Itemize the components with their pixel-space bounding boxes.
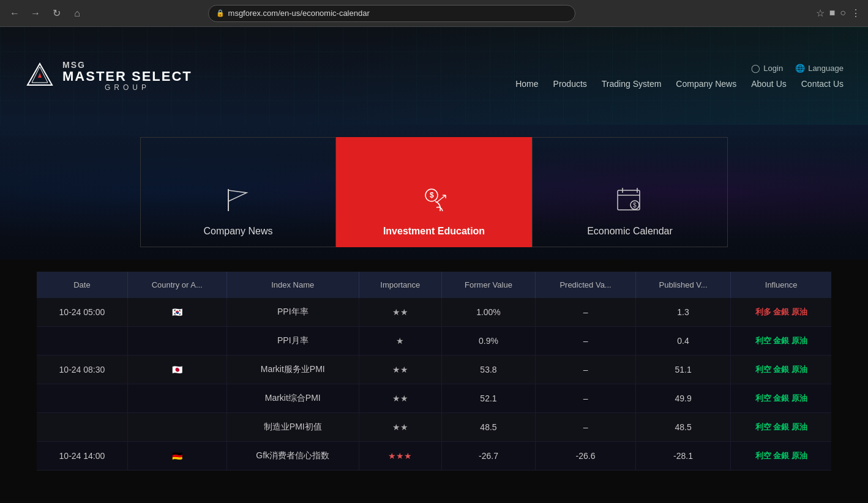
influence-cell: 利空 金銀 原油 [731,442,831,471]
influence-cell: 利空 金銀 原油 [731,327,831,356]
nav-products[interactable]: Products [553,79,587,89]
nav-contact-us[interactable]: Contact Us [801,79,844,89]
tab-investment-education[interactable]: $ Investment Education [336,137,532,247]
index-name-cell: Markit服务业PMI [226,356,359,384]
back-button[interactable]: ← [7,6,22,21]
importance-stars: ★★ [392,365,408,374]
svg-text:$: $ [430,191,434,199]
influence-text: 利空 金銀 原油 [755,422,807,431]
login-link[interactable]: ◯ Login [751,64,783,73]
forward-button[interactable]: → [28,6,43,21]
logo-svg [24,61,55,91]
tab-company-news[interactable]: Company News [140,137,336,247]
nav-company-news[interactable]: Company News [676,79,736,89]
table-header-row: Date Country or A... Index Name Importan… [37,272,831,298]
nav-home[interactable]: Home [515,79,538,89]
index-name-cell: 制造业PMI初值 [226,413,359,442]
date-cell: 10-24 05:00 [37,298,127,327]
table-row: 10-24 14:00 🇩🇪 Gfk消费者信心指数 ★★★ -26.7 -26.… [37,442,831,471]
header-right: ◯ Login 🌐 Language Home Products Trading… [515,64,844,89]
influence-cell: 利空 金銀 原油 [731,413,831,442]
calendar-icon: $ [614,184,646,221]
tab-economic-calendar[interactable]: $ Economic Calendar [532,137,728,247]
extensions-icon[interactable]: ■ [829,7,836,19]
table-row: 10-24 05:00 🇰🇷 PPI年率 ★★ 1.00% – 1.3 利多 金… [37,298,831,327]
date-cell [37,413,127,442]
published-value-cell: -28.1 [635,442,731,471]
published-value-cell: 0.4 [635,327,731,356]
flag-cell [127,384,226,413]
main-nav: Home Products Trading System Company New… [515,79,844,89]
bookmark-icon[interactable]: ☆ [816,7,825,19]
importance-stars: ★★ [392,422,408,432]
col-former-value: Former Value [441,272,536,298]
address-bar[interactable]: 🔒 msgforex.com/en-us/economic-calendar [208,5,575,22]
former-value-cell: -26.7 [441,442,536,471]
influence-text: 利空 金銀 原油 [755,451,807,460]
predicted-value-cell: – [536,327,635,356]
flag-cell: 🇩🇪 [127,442,226,471]
former-value-cell: 1.00% [441,298,536,327]
published-value-cell: 49.9 [635,384,731,413]
index-name-cell: PPI年率 [226,298,359,327]
globe-icon: 🌐 [795,64,805,73]
index-name-cell: Gfk消费者信心指数 [226,442,359,471]
nav-trading-system[interactable]: Trading System [602,79,662,89]
table-section: Date Country or A... Index Name Importan… [0,259,868,495]
table-row: 制造业PMI初值 ★★ 48.5 – 48.5 利空 金銀 原油 [37,413,831,442]
index-name-cell: PPI月率 [226,327,359,356]
svg-marker-2 [38,73,42,78]
browser-actions: ☆ ■ ○ ⋮ [816,7,861,19]
logo-area[interactable]: MSG MASTER SELECT GROUP [24,60,192,92]
col-importance: Importance [359,272,441,298]
language-link[interactable]: 🌐 Language [795,64,844,73]
influence-cell: 利空 金銀 原油 [731,384,831,413]
date-cell [37,327,127,356]
tab-cards: Company News $ Investment Education [140,137,728,247]
index-name-cell: Markit综合PMI [226,384,359,413]
flag-cell: 🇰🇷 [127,298,226,327]
col-index-name: Index Name [226,272,359,298]
table-row: Markit综合PMI ★★ 52.1 – 49.9 利空 金銀 原油 [37,384,831,413]
table-row: PPI月率 ★ 0.9% – 0.4 利空 金銀 原油 [37,327,831,356]
logo-group-text: GROUP [62,83,192,92]
former-value-cell: 48.5 [441,413,536,442]
col-influence: Influence [731,272,831,298]
profile-icon[interactable]: ○ [840,7,846,19]
user-icon: ◯ [751,64,760,73]
header-top-links: ◯ Login 🌐 Language [751,64,844,73]
flag-cell [127,327,226,356]
hero-area: Company News $ Investment Education [0,125,868,259]
importance-stars: ★★ [392,307,408,317]
importance-cell: ★★ [359,384,441,413]
logo-master-select-text: MASTER SELECT [62,70,192,83]
svg-rect-9 [618,190,640,210]
home-button[interactable]: ⌂ [70,6,84,21]
importance-cell: ★★ [359,298,441,327]
former-value-cell: 0.9% [441,327,536,356]
influence-text: 利多 金銀 原油 [755,307,807,316]
flag-cell: 🇯🇵 [127,356,226,384]
influence-cell: 利多 金銀 原油 [731,298,831,327]
importance-stars: ★★★ [388,451,412,461]
importance-stars: ★★ [392,393,408,403]
importance-cell: ★★ [359,356,441,384]
reload-button[interactable]: ↻ [49,6,64,21]
published-value-cell: 48.5 [635,413,731,442]
former-value-cell: 52.1 [441,384,536,413]
published-value-cell: 1.3 [635,298,731,327]
predicted-value-cell: -26.6 [536,442,635,471]
importance-stars: ★ [396,336,404,346]
url-text: msgforex.com/en-us/economic-calendar [228,9,370,18]
former-value-cell: 53.8 [441,356,536,384]
nav-about-us[interactable]: About Us [751,79,787,89]
predicted-value-cell: – [536,298,635,327]
menu-icon[interactable]: ⋮ [851,7,861,19]
economic-calendar-table: Date Country or A... Index Name Importan… [37,272,831,471]
table-row: 10-24 08:30 🇯🇵 Markit服务业PMI ★★ 53.8 – 51… [37,356,831,384]
svg-text:$: $ [633,202,637,209]
date-cell: 10-24 08:30 [37,356,127,384]
lock-icon: 🔒 [216,9,225,17]
flag-cell [127,413,226,442]
col-country: Country or A... [127,272,226,298]
